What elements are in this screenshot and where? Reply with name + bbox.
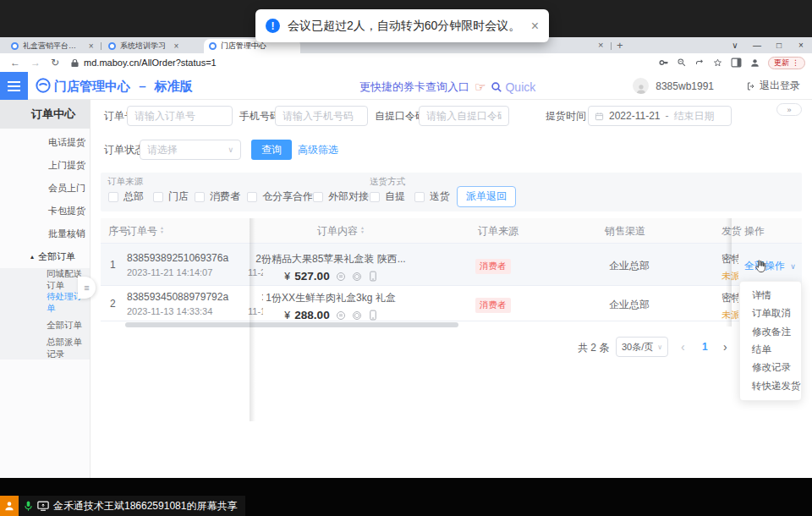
window-close-icon[interactable]: × [790,37,812,53]
menu-item-edit-note[interactable]: 修改备注 [740,324,801,340]
table-row[interactable]: 1 83859389251069376a 2023-11-21 14:14:07… [101,244,802,286]
col-order-no[interactable]: 订单号▲▼ [127,218,164,244]
chrome-update-button[interactable]: 更新 ⋮ [768,57,805,69]
quick-label[interactable]: Quick [505,80,535,94]
horizontal-scrollbar[interactable] [125,322,458,327]
checkbox-icon [153,192,163,202]
quick-search-icon[interactable] [491,81,502,93]
sidebar-item-member-visit[interactable]: 会员上门 [0,177,90,200]
back-icon[interactable]: ← [10,57,20,69]
url-box[interactable]: md.maboy.cn/AllOrder?status=1 [71,58,217,68]
date-range-picker[interactable]: 2022-11-21 - 结束日期 [588,106,732,126]
checkbox-delivery[interactable]: 送货 [414,189,450,204]
checkbox-self-pickup[interactable]: 自提 [370,189,405,204]
search-button[interactable]: 查询 [251,140,292,160]
current-page[interactable]: 1 [702,341,708,353]
select-placeholder: 请选择 [147,143,178,157]
sort-icons[interactable]: ▲▼ [360,226,365,234]
receipt-icon [336,310,346,321]
total-count: 共 2 条 [578,341,609,355]
tab-close-icon[interactable]: × [598,40,603,50]
pickup-code-input[interactable] [419,106,509,126]
menu-item-edit-history[interactable]: 修改记录 [740,360,801,376]
menu-item-switch-express[interactable]: 转快递发货 [740,378,801,394]
screen-share-icon [37,501,49,511]
all-actions-dropdown[interactable]: 全部操作 ∨ [744,259,796,273]
sidebar-group-all-orders[interactable]: ▴ 全部订单 [0,245,90,268]
zoom-icon[interactable] [677,58,687,68]
checkbox-store[interactable]: 门店 [153,189,189,204]
logout-icon [746,81,756,91]
currency: ¥ [284,271,290,283]
window-minimize-icon[interactable]: — [746,37,768,53]
window-maximize-icon[interactable]: □ [768,37,790,53]
order-no-input[interactable] [127,106,233,126]
order-status-select[interactable]: 请选择 ∨ [140,140,241,160]
advanced-filter-link[interactable]: 高级筛选 [298,140,338,160]
page-size-select[interactable]: 30条/页 ∨ [616,337,668,357]
sidebar-item-city-delivery-orders[interactable]: 同城配送订单 [0,268,90,291]
sidebar: 订单中心 电话提货 上门提货 会员上门 卡包提货 批量核销 ▴ 全部订单 同城配… [0,100,91,478]
pickup-code-label: 自提口令码 [375,106,425,126]
microphone-icon [24,501,33,512]
order-date: 2023-11-13 14:33:34 [127,306,228,316]
favicon [11,42,19,50]
chevron-down-icon: ∨ [790,262,796,271]
checkbox-consumer[interactable]: 消费者 [195,189,240,204]
profile-icon[interactable] [749,58,760,69]
menu-item-close-order[interactable]: 结单 [740,342,801,358]
tab-close-icon[interactable]: × [88,41,94,51]
sidebar-item-hq-dispatch-records[interactable]: 总部派单记录 [0,337,90,360]
product-title: 2份精品大果85苹果礼盒装 陕西... [229,252,432,266]
sidebar-item-batch-writeoff[interactable]: 批量核销 [0,222,90,245]
chrome-profile-chevron-icon[interactable]: ∨ [724,37,746,53]
logout-link[interactable]: 退出登录 [760,79,800,93]
sidebar-item-card-pickup[interactable]: 卡包提货 [0,200,90,222]
browser-tab-2[interactable]: 系统培训学习 × [103,39,201,53]
reload-icon[interactable]: ↻ [51,57,59,69]
toast-close-icon[interactable]: × [531,19,539,34]
bookmark-star-icon[interactable] [712,58,723,69]
share-icon[interactable] [694,58,705,68]
group-label: 全部订单 [38,250,75,263]
sidebar-toggle-button[interactable] [0,72,28,100]
col-seq: 序号 [108,218,129,244]
page-title: 门店管理中心 – 标准版 [54,79,193,95]
screen-share-bar: 金禾通技术王斌18662591081的屏幕共享 [19,496,245,516]
phone-input[interactable] [275,106,368,126]
key-icon[interactable] [659,58,669,68]
col-channel: 销售渠道 [605,218,645,244]
order-no: 83859389251069376a [127,252,228,264]
tab-separator [101,42,102,50]
menu-item-details[interactable]: 详情 [740,288,801,304]
sidebar-item-pending-orders-active[interactable]: 待处理订单 [0,291,90,314]
sidebar-item-door-pickup[interactable]: 上门提货 [0,154,90,177]
side-panel-icon[interactable] [731,58,742,68]
sidebar-submenu: 同城配送订单 待处理订单 全部订单 总部派单记录 [0,268,90,360]
menu-item-cancel-order[interactable]: 订单取消 [740,305,801,321]
favicon [108,42,116,50]
package-icon [352,310,362,321]
dispatch-return-button[interactable]: 派单退回 [457,186,516,207]
price: 288.00 [294,309,329,321]
tab-close-icon[interactable]: × [173,41,180,51]
col-content[interactable]: 订单内容▲▼ [317,218,365,244]
phone-icon [369,310,377,321]
browser-tab-1[interactable]: 礼盒营销平台管理中心 × [6,39,99,53]
coupon-query-link[interactable]: 更快捷的券卡查询入口 [359,80,469,95]
table-row[interactable]: 2 83859345088979792a 2023-11-13 14:33:34… [101,286,802,321]
expand-filters-button[interactable]: » [776,103,802,116]
prev-page-button[interactable]: ‹ [681,340,685,354]
sidebar-item-all-orders[interactable]: 全部订单 [0,314,90,337]
sort-icons[interactable]: ▲▼ [160,226,164,234]
avatar[interactable] [633,78,649,94]
new-tab-icon[interactable]: + [617,39,623,52]
forward-icon[interactable]: → [30,57,41,69]
checkbox-warehouse-share[interactable]: 仓分享合作 [247,189,313,204]
product-title: 1份XX生鲜羊肉礼盒3kg 礼盒 [229,291,432,305]
order-status-label: 订单状态 [104,140,145,160]
checkbox-hq[interactable]: 总部 [108,189,144,204]
sidebar-item-phone-pickup[interactable]: 电话提货 [0,131,90,154]
checkbox-external[interactable]: 外部对接 [313,189,369,204]
next-page-button[interactable]: › [723,340,727,354]
